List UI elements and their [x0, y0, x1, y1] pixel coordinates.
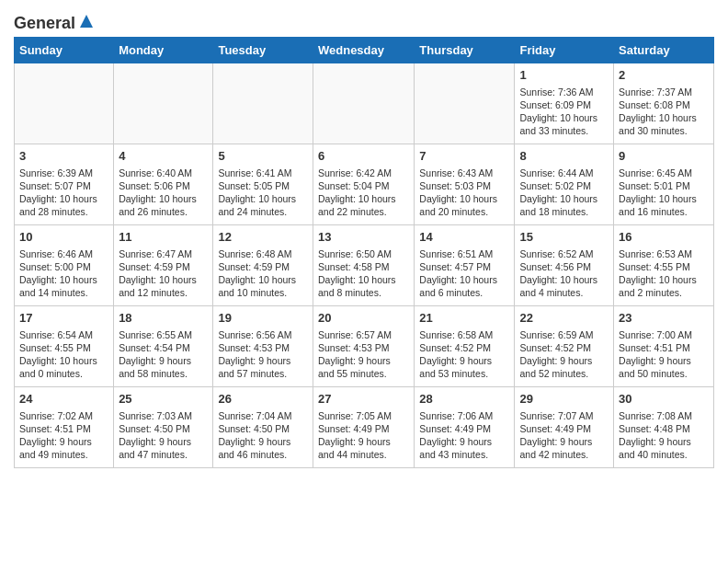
- day-info: Sunrise: 7:03 AMSunset: 4:50 PMDaylight:…: [119, 409, 208, 462]
- day-number: 6: [318, 148, 409, 165]
- day-number: 30: [619, 391, 709, 408]
- day-info: Sunrise: 6:42 AMSunset: 5:04 PMDaylight:…: [318, 167, 409, 219]
- weekday-header: Wednesday: [313, 38, 414, 63]
- day-info: Sunrise: 7:08 AMSunset: 4:48 PMDaylight:…: [619, 409, 709, 462]
- calendar-cell: 23Sunrise: 7:00 AMSunset: 4:51 PMDayligh…: [614, 306, 714, 387]
- calendar-cell: 17Sunrise: 6:54 AMSunset: 4:55 PMDayligh…: [15, 306, 114, 387]
- calendar-cell: 24Sunrise: 7:02 AMSunset: 4:51 PMDayligh…: [15, 387, 114, 468]
- week-row: 1Sunrise: 7:36 AMSunset: 6:09 PMDaylight…: [15, 63, 714, 144]
- week-row: 10Sunrise: 6:46 AMSunset: 5:00 PMDayligh…: [15, 225, 714, 306]
- day-number: 10: [19, 229, 108, 246]
- week-row: 17Sunrise: 6:54 AMSunset: 4:55 PMDayligh…: [15, 306, 714, 387]
- day-info: Sunrise: 6:56 AMSunset: 4:53 PMDaylight:…: [218, 328, 308, 381]
- day-number: 16: [619, 229, 709, 246]
- day-number: 5: [218, 148, 308, 165]
- day-number: 29: [519, 391, 609, 408]
- day-info: Sunrise: 6:58 AMSunset: 4:52 PMDaylight:…: [419, 328, 509, 381]
- calendar-cell: 25Sunrise: 7:03 AMSunset: 4:50 PMDayligh…: [114, 387, 213, 468]
- calendar-cell: 29Sunrise: 7:07 AMSunset: 4:49 PMDayligh…: [515, 387, 614, 468]
- day-number: 3: [19, 148, 108, 165]
- day-number: 17: [19, 310, 108, 327]
- day-number: 15: [519, 229, 609, 246]
- calendar-cell: 16Sunrise: 6:53 AMSunset: 4:55 PMDayligh…: [614, 225, 714, 306]
- day-number: 23: [619, 310, 709, 327]
- day-info: Sunrise: 7:06 AMSunset: 4:49 PMDaylight:…: [419, 409, 509, 462]
- weekday-header: Friday: [515, 38, 614, 63]
- calendar-cell: 14Sunrise: 6:51 AMSunset: 4:57 PMDayligh…: [415, 225, 515, 306]
- day-info: Sunrise: 7:00 AMSunset: 4:51 PMDaylight:…: [619, 328, 709, 381]
- calendar-cell: 28Sunrise: 7:06 AMSunset: 4:49 PMDayligh…: [415, 387, 515, 468]
- day-info: Sunrise: 7:36 AMSunset: 6:09 PMDaylight:…: [519, 86, 609, 138]
- calendar-cell: 27Sunrise: 7:05 AMSunset: 4:49 PMDayligh…: [313, 387, 414, 468]
- calendar-cell: 1Sunrise: 7:36 AMSunset: 6:09 PMDaylight…: [515, 63, 614, 144]
- day-info: Sunrise: 6:48 AMSunset: 4:59 PMDaylight:…: [218, 247, 308, 300]
- day-number: 1: [519, 67, 609, 84]
- weekday-header: Saturday: [614, 38, 714, 63]
- day-info: Sunrise: 6:46 AMSunset: 5:00 PMDaylight:…: [19, 247, 108, 300]
- calendar-cell: [15, 63, 114, 144]
- calendar-cell: 18Sunrise: 6:55 AMSunset: 4:54 PMDayligh…: [114, 306, 213, 387]
- calendar-cell: 3Sunrise: 6:39 AMSunset: 5:07 PMDaylight…: [15, 144, 114, 225]
- week-row: 24Sunrise: 7:02 AMSunset: 4:51 PMDayligh…: [15, 387, 714, 468]
- day-number: 7: [419, 148, 509, 165]
- day-info: Sunrise: 6:47 AMSunset: 4:59 PMDaylight:…: [119, 247, 208, 300]
- day-info: Sunrise: 6:54 AMSunset: 4:55 PMDaylight:…: [19, 328, 108, 381]
- page: General SundayMondayTuesdayWednesdayThur…: [0, 0, 728, 482]
- logo-general: General: [14, 15, 75, 31]
- day-info: Sunrise: 6:53 AMSunset: 4:55 PMDaylight:…: [619, 247, 709, 300]
- day-info: Sunrise: 6:52 AMSunset: 4:56 PMDaylight:…: [519, 247, 609, 300]
- day-info: Sunrise: 6:50 AMSunset: 4:58 PMDaylight:…: [318, 247, 409, 300]
- calendar-cell: 4Sunrise: 6:40 AMSunset: 5:06 PMDaylight…: [114, 144, 213, 225]
- day-info: Sunrise: 6:39 AMSunset: 5:07 PMDaylight:…: [19, 167, 108, 219]
- day-number: 27: [318, 391, 409, 408]
- day-number: 8: [519, 148, 609, 165]
- day-number: 2: [619, 67, 709, 84]
- calendar-cell: 21Sunrise: 6:58 AMSunset: 4:52 PMDayligh…: [415, 306, 515, 387]
- calendar-cell: 15Sunrise: 6:52 AMSunset: 4:56 PMDayligh…: [515, 225, 614, 306]
- day-info: Sunrise: 6:44 AMSunset: 5:02 PMDaylight:…: [519, 167, 609, 219]
- day-number: 11: [119, 229, 208, 246]
- weekday-header: Tuesday: [213, 38, 313, 63]
- calendar-cell: 30Sunrise: 7:08 AMSunset: 4:48 PMDayligh…: [614, 387, 714, 468]
- logo-triangle-icon: [76, 11, 97, 31]
- logo: General: [14, 9, 97, 29]
- header: General: [14, 9, 714, 29]
- day-number: 21: [419, 310, 509, 327]
- day-info: Sunrise: 6:55 AMSunset: 4:54 PMDaylight:…: [119, 328, 208, 381]
- day-number: 14: [419, 229, 509, 246]
- day-info: Sunrise: 6:51 AMSunset: 4:57 PMDaylight:…: [419, 247, 509, 300]
- day-number: 24: [19, 391, 108, 408]
- day-number: 25: [119, 391, 208, 408]
- day-info: Sunrise: 6:57 AMSunset: 4:53 PMDaylight:…: [318, 328, 409, 381]
- day-info: Sunrise: 6:43 AMSunset: 5:03 PMDaylight:…: [419, 167, 509, 219]
- day-info: Sunrise: 6:59 AMSunset: 4:52 PMDaylight:…: [519, 328, 609, 381]
- logo-block: General: [14, 15, 97, 29]
- calendar: SundayMondayTuesdayWednesdayThursdayFrid…: [14, 37, 714, 468]
- weekday-header-row: SundayMondayTuesdayWednesdayThursdayFrid…: [15, 38, 714, 63]
- day-info: Sunrise: 7:04 AMSunset: 4:50 PMDaylight:…: [218, 409, 308, 462]
- calendar-cell: [313, 63, 414, 144]
- svg-marker-0: [80, 15, 93, 28]
- calendar-cell: 12Sunrise: 6:48 AMSunset: 4:59 PMDayligh…: [213, 225, 313, 306]
- calendar-cell: [415, 63, 515, 144]
- day-number: 9: [619, 148, 709, 165]
- calendar-cell: 8Sunrise: 6:44 AMSunset: 5:02 PMDaylight…: [515, 144, 614, 225]
- day-info: Sunrise: 6:45 AMSunset: 5:01 PMDaylight:…: [619, 167, 709, 219]
- weekday-header: Sunday: [15, 38, 114, 63]
- day-number: 12: [218, 229, 308, 246]
- calendar-cell: 2Sunrise: 7:37 AMSunset: 6:08 PMDaylight…: [614, 63, 714, 144]
- day-number: 26: [218, 391, 308, 408]
- calendar-cell: 5Sunrise: 6:41 AMSunset: 5:05 PMDaylight…: [213, 144, 313, 225]
- day-number: 13: [318, 229, 409, 246]
- calendar-cell: 10Sunrise: 6:46 AMSunset: 5:00 PMDayligh…: [15, 225, 114, 306]
- day-number: 20: [318, 310, 409, 327]
- calendar-cell: 9Sunrise: 6:45 AMSunset: 5:01 PMDaylight…: [614, 144, 714, 225]
- day-info: Sunrise: 7:02 AMSunset: 4:51 PMDaylight:…: [19, 409, 108, 462]
- day-number: 18: [119, 310, 208, 327]
- calendar-cell: [213, 63, 313, 144]
- calendar-cell: [114, 63, 213, 144]
- day-info: Sunrise: 7:37 AMSunset: 6:08 PMDaylight:…: [619, 86, 709, 138]
- day-info: Sunrise: 6:40 AMSunset: 5:06 PMDaylight:…: [119, 167, 208, 219]
- calendar-cell: 20Sunrise: 6:57 AMSunset: 4:53 PMDayligh…: [313, 306, 414, 387]
- day-info: Sunrise: 7:07 AMSunset: 4:49 PMDaylight:…: [519, 409, 609, 462]
